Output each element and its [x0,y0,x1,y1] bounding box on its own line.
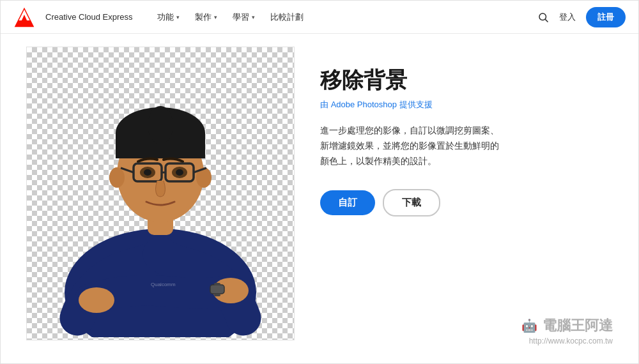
watermark: 🤖 電腦王阿達 http://www.kocpc.com.tw [521,314,613,352]
svg-point-21 [79,287,114,313]
nav-learn[interactable]: 學習 ▾ [226,8,261,27]
customize-button[interactable]: 自訂 [320,190,375,215]
svg-point-9 [148,106,173,144]
nav-create[interactable]: 製作 ▾ [189,8,224,27]
download-button[interactable]: 下載 [383,189,440,216]
action-buttons: 自訂 下載 [320,189,613,216]
svg-point-20 [176,169,183,176]
image-container: Qualcomm [26,47,295,340]
person-image: Qualcomm [27,47,294,340]
watermark-url: http://www.kocpc.com.tw [521,337,613,345]
features-chevron-icon: ▾ [176,14,180,20]
svg-line-3 [545,19,548,22]
svg-text:Qualcomm: Qualcomm [151,282,176,287]
watermark-logo: 🤖 電腦王阿達 [521,314,613,335]
page-title: 移除背景 [320,66,613,95]
main-content: Qualcomm 移除背景 由 Adobe Photoshop 提供支援 進一步… [1,34,638,364]
learn-chevron-icon: ▾ [252,14,255,20]
adobe-logo[interactable] [13,6,35,28]
nav-links: 功能 ▾ 製作 ▾ 學習 ▾ 比較計劃 [151,8,537,27]
nav-features[interactable]: 功能 ▾ [151,8,186,27]
signup-button[interactable]: 註冊 [586,7,626,27]
description-text: 進一步處理您的影像，自訂以微調挖剪圖案、新增濾鏡效果，並將您的影像置於生動鮮明的… [320,123,499,169]
svg-rect-23 [210,285,224,294]
svg-point-19 [144,169,151,176]
subtitle: 由 Adobe Photoshop 提供支援 [320,99,613,110]
create-chevron-icon: ▾ [214,14,217,20]
navbar: Creative Cloud Express 功能 ▾ 製作 ▾ 學習 ▾ 比較… [1,1,638,34]
signin-link[interactable]: 登入 [559,11,576,23]
svg-rect-24 [214,283,220,285]
svg-rect-25 [214,294,220,296]
nav-right: 登入 註冊 [537,7,626,27]
nav-brand[interactable]: Creative Cloud Express [45,12,133,22]
person-svg: Qualcomm [39,50,282,337]
nav-compare[interactable]: 比較計劃 [264,8,310,27]
svg-point-2 [539,13,546,20]
svg-point-10 [109,167,125,188]
search-icon[interactable] [537,11,549,23]
right-panel: 移除背景 由 Adobe Photoshop 提供支援 進一步處理您的影像，自訂… [320,47,613,352]
